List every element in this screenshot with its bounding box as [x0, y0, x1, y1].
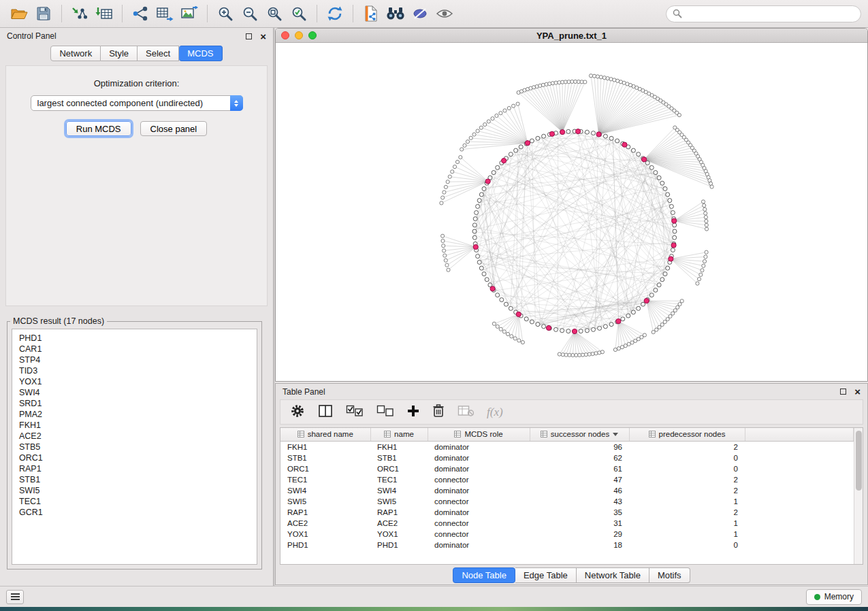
table-cell[interactable]: 2 [629, 507, 745, 518]
table-cell[interactable]: dominator [428, 463, 530, 474]
show-columns-button[interactable] [318, 404, 333, 420]
delete-column-button[interactable] [432, 404, 445, 420]
table-cell[interactable]: FKH1 [370, 441, 428, 452]
table-row[interactable]: ORC1ORC1dominator610 [280, 463, 854, 474]
table-cell[interactable]: 61 [530, 463, 629, 474]
table-cell[interactable]: PHD1 [370, 540, 428, 550]
table-cell[interactable]: 0 [629, 540, 745, 550]
tab-select[interactable]: Select [138, 46, 179, 61]
table-cell[interactable]: ACE2 [280, 518, 370, 529]
table-cell[interactable]: 1 [629, 496, 745, 507]
table-cell[interactable]: 46 [530, 485, 629, 496]
table-cell[interactable]: dominator [428, 507, 530, 518]
column-header-successor-nodes[interactable]: successor nodes [530, 428, 629, 441]
deselect-all-button[interactable] [376, 405, 394, 419]
table-cell[interactable]: YOX1 [370, 529, 428, 540]
import-table-button[interactable] [92, 3, 116, 24]
table-row[interactable]: SWI4SWI4dominator462 [280, 485, 854, 496]
table-cell[interactable]: 0 [629, 452, 745, 463]
table-cell[interactable]: ACE2 [370, 518, 428, 529]
search-network-button[interactable] [383, 3, 408, 24]
table-cell[interactable]: PHD1 [280, 540, 370, 550]
table-cell[interactable]: 1 [629, 529, 745, 540]
column-header-predecessor-nodes[interactable]: predecessor nodes [629, 428, 745, 441]
mcds-result-item[interactable]: PMA2 [19, 409, 250, 420]
network-graph[interactable] [276, 43, 867, 382]
table-cell[interactable]: ORC1 [370, 463, 428, 474]
export-table-button[interactable] [152, 3, 177, 24]
tab-motifs[interactable]: Motifs [649, 567, 690, 583]
column-header-name[interactable]: name [370, 428, 428, 441]
close-panel-button[interactable]: Close panel [140, 121, 208, 136]
mcds-result-item[interactable]: GCR1 [19, 507, 250, 518]
run-mcds-button[interactable]: Run MCDS [66, 121, 131, 136]
apply-layout-button[interactable] [323, 3, 347, 24]
table-cell[interactable]: dominator [428, 485, 530, 496]
table-row[interactable]: FKH1FKH1dominator962 [280, 441, 854, 452]
tab-edge-table[interactable]: Edge Table [515, 567, 577, 583]
network-titlebar[interactable]: YPA_prune.txt_1 [276, 29, 867, 43]
add-column-button[interactable] [407, 405, 419, 419]
zoom-in-button[interactable] [213, 3, 238, 24]
save-session-button[interactable] [31, 3, 56, 24]
table-cell[interactable]: connector [428, 496, 530, 507]
mcds-result-item[interactable]: FKH1 [19, 420, 250, 431]
mcds-result-item[interactable]: CAR1 [19, 344, 250, 354]
search-input[interactable] [686, 9, 854, 19]
mcds-result-item[interactable]: ACE2 [19, 431, 250, 442]
table-cell[interactable]: 35 [530, 507, 629, 518]
mcds-result-item[interactable]: STB1 [19, 474, 250, 485]
table-cell[interactable]: 2 [629, 474, 745, 485]
table-cell[interactable]: RAP1 [280, 507, 370, 518]
table-cell[interactable]: STB1 [280, 452, 370, 463]
table-cell[interactable]: 31 [530, 518, 629, 529]
table-cell[interactable]: FKH1 [280, 441, 370, 452]
table-scrollbar-thumb[interactable] [856, 431, 862, 491]
table-cell[interactable]: connector [428, 518, 530, 529]
table-cell[interactable]: 43 [530, 496, 629, 507]
mcds-result-item[interactable]: YOX1 [19, 376, 250, 387]
table-row[interactable]: PHD1PHD1dominator180 [280, 540, 854, 550]
export-image-button[interactable] [177, 3, 202, 24]
close-window-button[interactable] [281, 31, 289, 39]
zoom-selected-button[interactable] [287, 3, 311, 24]
mcds-result-item[interactable]: ORC1 [19, 452, 250, 463]
table-cell[interactable]: connector [428, 529, 530, 540]
tab-node-table[interactable]: Node Table [453, 567, 515, 583]
optimization-criterion-select[interactable]: largest connected component (undirected) [31, 95, 243, 111]
table-cell[interactable]: YOX1 [280, 529, 370, 540]
mcds-result-item[interactable]: STP4 [19, 354, 250, 365]
tab-network-table[interactable]: Network Table [577, 567, 649, 583]
table-row[interactable]: TEC1TEC1connector472 [280, 474, 854, 485]
table-cell[interactable]: SWI5 [370, 496, 428, 507]
close-table-panel-icon[interactable]: × [854, 386, 861, 397]
network-canvas[interactable] [276, 43, 867, 382]
mcds-result-item[interactable]: SRD1 [19, 398, 250, 409]
table-cell[interactable]: 2 [629, 485, 745, 496]
table-cell[interactable]: SWI5 [280, 496, 370, 507]
toggle-details-button[interactable] [408, 3, 432, 24]
mcds-result-item[interactable]: STB5 [19, 442, 250, 452]
mcds-result-item[interactable]: PHD1 [19, 333, 250, 344]
table-row[interactable]: RAP1RAP1dominator352 [280, 507, 854, 518]
float-table-panel-icon[interactable] [840, 389, 846, 395]
table-cell[interactable]: 29 [530, 529, 629, 540]
table-row[interactable]: STB1STB1dominator620 [280, 452, 854, 463]
table-cell[interactable]: connector [428, 474, 530, 485]
table-cell[interactable]: SWI4 [280, 485, 370, 496]
memory-button[interactable]: Memory [806, 589, 862, 605]
table-cell[interactable]: 47 [530, 474, 629, 485]
table-cell[interactable]: 18 [530, 540, 629, 550]
zoom-out-button[interactable] [238, 3, 262, 24]
table-cell[interactable]: 62 [530, 452, 629, 463]
tab-style[interactable]: Style [101, 46, 138, 61]
table-settings-button[interactable] [290, 403, 305, 420]
table-row[interactable]: SWI5SWI5connector431 [280, 496, 854, 507]
mcds-result-item[interactable]: RAP1 [19, 463, 250, 474]
column-header-shared-name[interactable]: shared name [280, 428, 370, 441]
table-row[interactable]: YOX1YOX1connector291 [280, 529, 854, 540]
new-network-button[interactable] [128, 3, 152, 24]
zoom-fit-button[interactable] [262, 3, 287, 24]
table-cell[interactable]: TEC1 [370, 474, 428, 485]
close-panel-icon[interactable]: × [260, 31, 266, 42]
